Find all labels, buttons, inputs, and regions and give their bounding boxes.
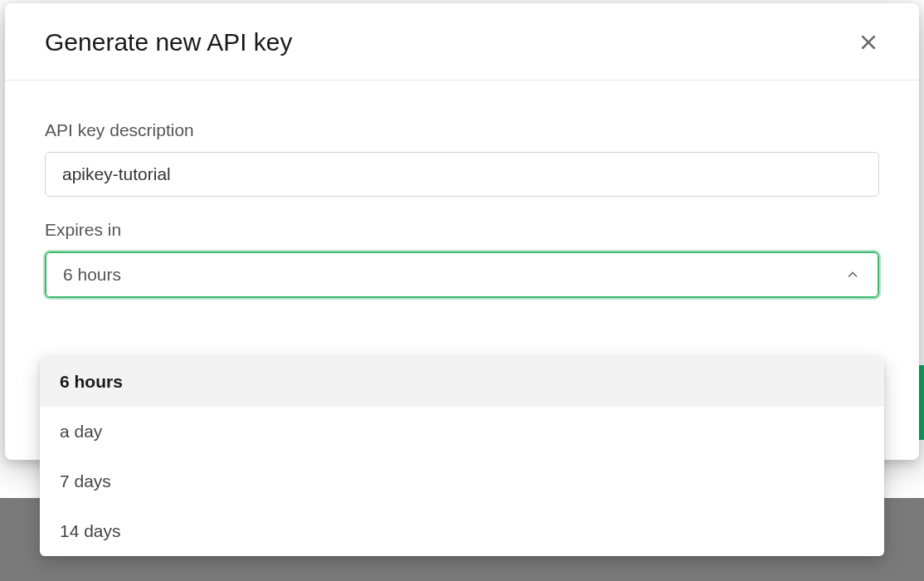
- description-label: API key description: [45, 120, 879, 140]
- expires-selected-value: 6 hours: [63, 265, 121, 285]
- expires-form-group: Expires in 6 hours: [45, 220, 879, 298]
- expires-dropdown-panel: 6 hoursa day7 days14 days: [40, 357, 884, 556]
- close-icon[interactable]: [858, 32, 879, 53]
- expires-option[interactable]: a day: [40, 407, 884, 456]
- description-form-group: API key description: [45, 120, 879, 197]
- modal-body: API key description Expires in 6 hours: [5, 81, 919, 298]
- expires-option[interactable]: 6 hours: [40, 357, 884, 407]
- expires-option[interactable]: 7 days: [40, 456, 884, 506]
- expires-option[interactable]: 14 days: [40, 506, 884, 556]
- modal-title: Generate new API key: [45, 28, 293, 56]
- description-input[interactable]: [45, 152, 879, 197]
- expires-select[interactable]: 6 hours: [45, 251, 879, 298]
- modal-header: Generate new API key: [5, 3, 919, 81]
- chevron-up-icon: [844, 266, 861, 283]
- expires-label: Expires in: [45, 220, 879, 240]
